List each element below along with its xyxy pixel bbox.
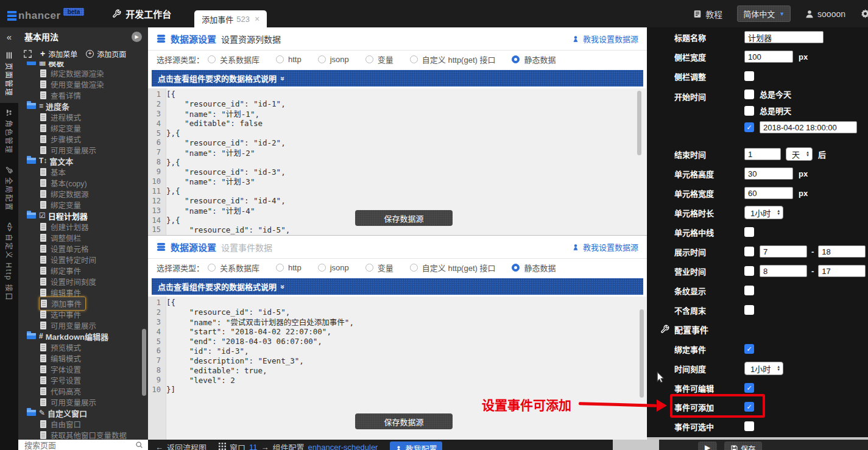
display-time-to-input[interactable] <box>818 245 866 258</box>
tree-item[interactable]: ✎ 自定义窗口 <box>18 407 148 418</box>
stripes-checkbox[interactable] <box>744 286 754 295</box>
tutorial-link[interactable]: 教程 <box>693 8 722 20</box>
save-datasource-button[interactable]: 保存数据源 <box>355 210 453 226</box>
always-today-option[interactable]: 总是今天 <box>744 88 857 100</box>
start-datetime-input[interactable] <box>760 121 857 133</box>
tree-item[interactable]: 代码高亮 <box>18 385 148 396</box>
rail-item-page-management[interactable]: 页面管理 <box>0 46 18 103</box>
rail-item-global-config[interactable]: 全局配置 <box>0 160 18 217</box>
business-time-checkbox[interactable] <box>744 266 754 276</box>
user-menu[interactable]: soooon <box>805 9 845 19</box>
tree-item[interactable]: 设置时间刻度 <box>18 276 148 287</box>
editor-scrollbar-thumb[interactable] <box>640 309 644 398</box>
code-editor-resources[interactable]: 1 [{ 2 "resource_id": "id-1", 3 "name": … <box>148 88 646 235</box>
tree-item[interactable]: 字号设置 <box>18 374 148 385</box>
tree-item[interactable]: 步骤模式 <box>18 133 148 144</box>
save-datasource-button[interactable]: 保存数据源 <box>355 413 453 429</box>
cell-height-input[interactable] <box>744 167 793 180</box>
source-type-radio[interactable]: 自定义 http(get) 接口 <box>410 262 496 273</box>
source-type-radio[interactable]: 变量 <box>365 54 393 65</box>
no-weekend-checkbox[interactable] <box>744 305 754 315</box>
source-type-radio[interactable]: jsonp <box>318 55 349 64</box>
tree-item[interactable]: 选中事件 <box>18 309 148 320</box>
tree-item[interactable]: 添加事件 <box>18 298 148 309</box>
bind-event-checkbox[interactable] <box>744 344 754 354</box>
tree-item[interactable]: 基本 <box>18 166 148 177</box>
source-type-radio[interactable]: 关系数据库 <box>208 262 259 273</box>
save-button[interactable]: 保存 <box>724 441 762 450</box>
code-editor-events[interactable]: 1 [{ 2 "resource_id": "id-5", 3 "name": … <box>148 297 646 440</box>
tree-item[interactable]: ☑ 日程计划器 <box>18 210 148 221</box>
search-input[interactable] <box>24 441 135 450</box>
business-time-to-input[interactable] <box>818 265 866 277</box>
editor-scrollbar-thumb[interactable] <box>637 91 641 155</box>
settings-button[interactable] <box>860 9 868 19</box>
rail-item-custom-http-api[interactable]: </> 自定义 Http 接口 <box>0 217 18 308</box>
tree-item[interactable]: 绑定数据源 <box>18 188 148 199</box>
tree-item[interactable]: 调整侧栏 <box>18 232 148 243</box>
event-editable-checkbox[interactable] <box>744 383 754 393</box>
time-scale-select[interactable]: 1小时 ▲▼ <box>744 362 783 375</box>
logo[interactable]: nhancer beta <box>7 5 84 22</box>
tree-item[interactable]: 绑定数据源渲染 <box>18 68 148 79</box>
data-format-help-banner[interactable]: 点击查看组件要求的数据格式说明» <box>152 70 643 86</box>
tree-item[interactable]: 绑定变量 <box>18 199 148 210</box>
tree-item[interactable]: 自由窗口 <box>18 418 148 429</box>
tree-item[interactable]: 创建计划器 <box>18 221 148 232</box>
tree-item[interactable]: 可用变量展示 <box>18 144 148 155</box>
source-type-radio[interactable]: 自定义 http(get) 接口 <box>410 54 496 65</box>
tab-add-event[interactable]: 添加事件 523 × <box>194 10 267 27</box>
cell-width-input[interactable] <box>744 187 793 199</box>
run-button[interactable]: ▶ <box>698 441 717 450</box>
source-type-radio[interactable]: 静态数据 <box>512 262 556 273</box>
end-time-input[interactable] <box>744 148 781 160</box>
add-menu-button[interactable]: + 添加菜单 <box>40 49 77 59</box>
rail-item-role-management[interactable]: 角色管理 <box>0 103 18 160</box>
source-type-radio[interactable]: 关系数据库 <box>208 54 259 65</box>
sidebar-width-input[interactable] <box>744 51 793 63</box>
play-circle-icon[interactable]: ▶ <box>132 32 142 42</box>
tree-item[interactable]: 字体设置 <box>18 364 148 374</box>
end-time-unit-select[interactable]: 天 ▲▼ <box>786 147 813 161</box>
tree-item[interactable]: 可用变量展示 <box>18 396 148 407</box>
event-selectable-checkbox[interactable] <box>744 421 754 431</box>
teach-datasource-link[interactable]: 教我设置数据源 <box>572 33 638 44</box>
tree-item[interactable]: 预览模式 <box>18 342 148 353</box>
teach-config-button[interactable]: 教我配置 <box>390 441 442 450</box>
sidebar-adjust-checkbox[interactable] <box>744 71 754 81</box>
collapse-sidebar-button[interactable]: « <box>0 27 18 46</box>
sidebar-scrollbar-thumb[interactable] <box>142 329 146 396</box>
language-selector[interactable]: 简体中文 ▼ <box>737 5 791 22</box>
tree-item[interactable]: 可用变量展示 <box>18 320 148 331</box>
tree-item[interactable]: ≡ 进度条 <box>18 100 148 111</box>
back-to-flowchart-button[interactable]: ← 返回流程图 <box>155 441 206 450</box>
source-type-radio[interactable]: 变量 <box>365 262 393 273</box>
data-format-help-banner[interactable]: 点击查看组件要求的数据格式说明» <box>152 278 643 295</box>
tree-item[interactable]: 编辑模式 <box>18 353 148 364</box>
tree-item[interactable]: 获取其他窗口变量数据 <box>18 429 148 440</box>
display-time-checkbox[interactable] <box>744 247 754 256</box>
expand-icon[interactable] <box>24 50 32 58</box>
add-page-button[interactable]: + 添加页面 <box>86 49 126 59</box>
display-time-from-input[interactable] <box>760 245 807 258</box>
business-time-from-input[interactable] <box>760 265 807 277</box>
source-type-radio[interactable]: http <box>276 55 302 64</box>
tree-item[interactable]: 进程模式 <box>18 111 148 122</box>
teach-datasource-link[interactable]: 教我设置数据源 <box>572 241 638 253</box>
tree-item[interactable]: T↕ 富文本 <box>18 155 148 166</box>
close-icon[interactable]: × <box>255 14 259 24</box>
fixed-datetime-option[interactable] <box>744 121 857 133</box>
tree-item[interactable]: 基本(copy) <box>18 177 148 188</box>
tree-item[interactable]: 使用变量做渲染 <box>18 79 148 90</box>
tree-item[interactable]: # Markdown编辑器 <box>18 331 148 342</box>
tree-item[interactable]: 绑定变量 <box>18 122 148 133</box>
cell-duration-select[interactable]: 1小时 ▲▼ <box>744 206 783 219</box>
source-type-radio[interactable]: http <box>276 263 302 272</box>
cell-midline-checkbox[interactable] <box>744 227 754 237</box>
tree-item[interactable]: 查看详情 <box>18 90 148 100</box>
source-type-radio[interactable]: 静态数据 <box>512 54 556 65</box>
tree-item[interactable]: 绑定事件 <box>18 265 148 276</box>
title-input[interactable] <box>744 31 824 43</box>
tree-item[interactable]: 设置单元格 <box>18 243 148 254</box>
source-type-radio[interactable]: jsonp <box>318 263 349 272</box>
